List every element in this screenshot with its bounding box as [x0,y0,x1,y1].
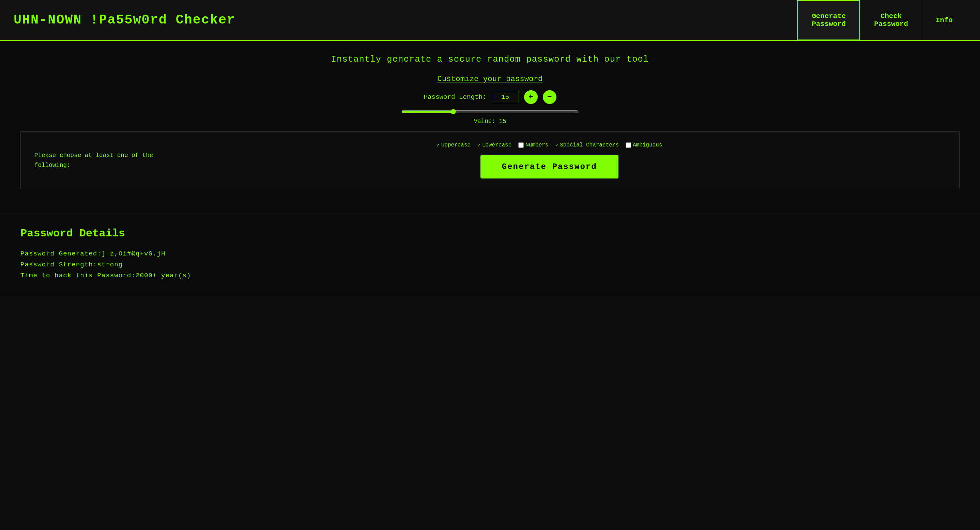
page-subtitle: Instantly generate a secure random passw… [21,54,959,64]
uppercase-label: Uppercase [441,142,471,148]
customize-heading: Customize your password [437,75,542,83]
app-title: UHN-NOWN !Pa55w0rd Checker [14,13,235,28]
strength-value: strong [97,261,123,268]
special-label: Special Characters [560,142,619,148]
decrement-button[interactable]: − [543,90,557,104]
customize-section: Customize your password Password Length:… [21,75,959,125]
checkbox-ambiguous[interactable]: Ambiguous [625,142,662,148]
check-icon-special: ✓ [555,142,558,148]
lowercase-label: Lowercase [482,142,511,148]
numbers-label: Numbers [525,142,548,148]
main-content: Instantly generate a secure random passw… [0,41,980,213]
generated-value: ]_z,Oi#@q+vG.jH [102,250,165,257]
check-icon-lowercase: ✓ [477,142,480,148]
slider-value-label: Value: 15 [21,118,959,125]
nav-check-label: Check Password [874,12,908,28]
ambiguous-checkbox[interactable] [625,142,631,148]
slider-container [21,109,959,114]
options-warning: Please choose at least one of the follow… [34,151,153,170]
length-slider[interactable] [401,109,579,114]
check-icon-uppercase: ✓ [436,142,439,148]
hack-time-line: Time to hack this Password:2000+ year(s) [21,272,959,279]
nav-generate-label: Generate Password [812,12,846,28]
checkbox-lowercase[interactable]: ✓ Lowercase [477,142,511,148]
generated-label: Password Generated: [21,250,102,257]
nav-info-label: Info [936,16,953,24]
strength-line: Password Strength:strong [21,261,959,268]
password-details-section: Password Details Password Generated:]_z,… [0,214,980,296]
strength-label: Password Strength: [21,261,97,268]
checkbox-numbers[interactable]: Numbers [518,142,548,148]
options-box: Please choose at least one of the follow… [21,132,959,189]
password-length-label: Password Length: [423,93,486,101]
nav-info[interactable]: Info [922,0,966,40]
details-heading: Password Details [21,227,959,240]
nav-generate[interactable]: Generate Password [797,0,860,40]
checkbox-special[interactable]: ✓ Special Characters [555,142,619,148]
increment-button[interactable]: + [524,90,538,104]
generate-password-button[interactable]: Generate Password [480,155,619,178]
hack-label: Time to hack this Password: [21,272,135,279]
checkboxes-group: ✓ Uppercase ✓ Lowercase Numbers [436,142,662,148]
main-nav: Generate Password Check Password Info [797,0,966,40]
generated-password-line: Password Generated:]_z,Oi#@q+vG.jH [21,250,959,257]
password-length-row: Password Length: + − [21,90,959,104]
numbers-checkbox[interactable] [518,142,524,148]
checkbox-uppercase[interactable]: ✓ Uppercase [436,142,471,148]
checkboxes-and-button: ✓ Uppercase ✓ Lowercase Numbers [153,142,946,178]
hack-value: 2000+ year(s) [135,272,191,279]
app-header: UHN-NOWN !Pa55w0rd Checker Generate Pass… [0,0,980,41]
options-row: Please choose at least one of the follow… [34,142,946,178]
nav-check-password[interactable]: Check Password [860,0,922,40]
password-length-input[interactable] [492,91,519,103]
ambiguous-label: Ambiguous [633,142,662,148]
